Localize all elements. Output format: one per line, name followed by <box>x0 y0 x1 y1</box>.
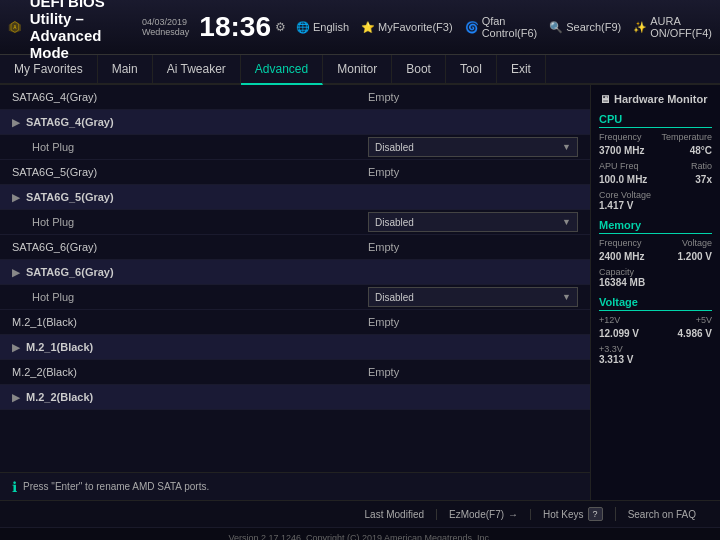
row-label: SATA6G_5(Gray) <box>26 191 578 203</box>
apu-label: APU Freq <box>599 161 639 171</box>
row-hotplug-1: Hot Plug Disabled ▼ <box>0 135 590 160</box>
nav-monitor[interactable]: Monitor <box>323 54 392 84</box>
expand-icon: ▶ <box>12 392 20 403</box>
row-value: Empty <box>358 366 578 378</box>
bottom-bar: Last Modified EzMode(F7) → Hot Keys ? Se… <box>0 500 720 527</box>
header-datetime: 04/03/2019 Wednesday <box>142 17 189 37</box>
mem-freq-value: 2400 MHz <box>599 251 645 262</box>
row-sata6g4-value: SATA6G_4(Gray) Empty <box>0 85 590 110</box>
voltage-section-title: Voltage <box>599 296 712 311</box>
cpu-temp-label: Temperature <box>661 132 712 142</box>
dropdown-arrow-icon: ▼ <box>562 217 571 227</box>
row-hotplug-2: Hot Plug Disabled ▼ <box>0 210 590 235</box>
hot-keys-label: Hot Keys <box>543 509 584 520</box>
myfavorite-tool[interactable]: ⭐ MyFavorite(F3) <box>361 21 453 34</box>
cpu-freq-label: Frequency <box>599 132 642 142</box>
mem-freq-val-row: 2400 MHz 1.200 V <box>599 251 712 264</box>
language-label: English <box>313 21 349 33</box>
row-sata6g4-group[interactable]: ▶ SATA6G_4(Gray) <box>0 110 590 135</box>
info-bar: ℹ Press "Enter" to rename AMD SATA ports… <box>0 472 590 500</box>
mem-freq-label: Frequency <box>599 238 642 248</box>
row-sata6g5-value: SATA6G_5(Gray) Empty <box>0 160 590 185</box>
row-m22-value: M.2_2(Black) Empty <box>0 360 590 385</box>
dropdown-value: Disabled <box>375 292 414 303</box>
row-sata6g6-group[interactable]: ▶ SATA6G_6(Gray) <box>0 260 590 285</box>
hotplug-dropdown-3[interactable]: Disabled ▼ <box>368 287 578 307</box>
aura-icon: ✨ <box>633 21 647 34</box>
hw-monitor-panel: 🖥 Hardware Monitor CPU Frequency Tempera… <box>590 85 720 500</box>
row-m21-group[interactable]: ▶ M.2_1(Black) <box>0 335 590 360</box>
time-block: 18:36 ⚙ <box>199 13 286 41</box>
nav-exit[interactable]: Exit <box>497 54 546 84</box>
ratio-label: Ratio <box>691 161 712 171</box>
row-m21-value: M.2_1(Black) Empty <box>0 310 590 335</box>
expand-icon: ▶ <box>12 342 20 353</box>
cpu-apu-row: APU Freq Ratio <box>599 161 712 171</box>
core-volt-label: Core Voltage <box>599 190 712 200</box>
main-layout: SATA6G_4(Gray) Empty ▶ SATA6G_4(Gray) Ho… <box>0 85 720 500</box>
row-label: M.2_2(Black) <box>12 366 358 378</box>
row-label: SATA6G_4(Gray) <box>26 116 578 128</box>
cpu-section-title: CPU <box>599 113 712 128</box>
hot-keys-badge: ? <box>588 507 603 521</box>
aura-tool[interactable]: ✨ AURA ON/OFF(F4) <box>633 15 712 39</box>
row-label: Hot Plug <box>12 216 368 228</box>
mem-volt-value: 1.200 V <box>678 251 712 262</box>
hotplug-dropdown-1[interactable]: Disabled ▼ <box>368 137 578 157</box>
cpu-temp-value: 48°C <box>690 145 712 156</box>
row-label: Hot Plug <box>12 141 368 153</box>
hw-panel-title: 🖥 Hardware Monitor <box>599 93 712 105</box>
v5-label: +5V <box>696 315 712 325</box>
mem-freq-row: Frequency Voltage <box>599 238 712 248</box>
row-m22-group[interactable]: ▶ M.2_2(Black) <box>0 385 590 410</box>
row-label: SATA6G_4(Gray) <box>12 91 358 103</box>
row-label: SATA6G_6(Gray) <box>12 241 358 253</box>
hot-keys-item[interactable]: Hot Keys ? <box>531 507 616 521</box>
header-tools: 🌐 English ⭐ MyFavorite(F3) 🌀 Qfan Contro… <box>296 15 712 39</box>
cpu-freq-val-row: 3700 MHz 48°C <box>599 145 712 158</box>
info-icon: ℹ <box>12 479 17 495</box>
row-hotplug-3: Hot Plug Disabled ▼ <box>0 285 590 310</box>
v33-label: +3.3V <box>599 344 712 354</box>
nav-advanced[interactable]: Advanced <box>241 55 323 85</box>
v12-label: +12V <box>599 315 620 325</box>
search-tool[interactable]: 🔍 Search(F9) <box>549 21 621 34</box>
row-value: Empty <box>358 91 578 103</box>
row-label: M.2_2(Black) <box>26 391 578 403</box>
language-tool[interactable]: 🌐 English <box>296 21 349 34</box>
qfan-label: Qfan Control(F6) <box>482 15 538 39</box>
header-date: 04/03/2019 <box>142 17 189 27</box>
dropdown-value: Disabled <box>375 217 414 228</box>
row-value: Empty <box>358 166 578 178</box>
volt-12-val-row: 12.099 V 4.986 V <box>599 328 712 341</box>
row-label: SATA6G_6(Gray) <box>26 266 578 278</box>
row-label: SATA6G_5(Gray) <box>12 166 358 178</box>
header: A UEFI BIOS Utility – Advanced Mode 04/0… <box>0 0 720 55</box>
ez-mode-item[interactable]: EzMode(F7) → <box>437 509 531 520</box>
settings-icon[interactable]: ⚙ <box>275 20 286 34</box>
ratio-value: 37x <box>695 174 712 185</box>
qfan-tool[interactable]: 🌀 Qfan Control(F6) <box>465 15 538 39</box>
row-label: Hot Plug <box>12 291 368 303</box>
nav-ai-tweaker[interactable]: Ai Tweaker <box>153 54 241 84</box>
version-text: Version 2.17.1246. Copyright (C) 2019 Am… <box>228 533 491 541</box>
nav-boot[interactable]: Boot <box>392 54 446 84</box>
apu-value: 100.0 MHz <box>599 174 647 185</box>
search-faq-item[interactable]: Search on FAQ <box>616 509 708 520</box>
search-label: Search(F9) <box>566 21 621 33</box>
header-day: Wednesday <box>142 27 189 37</box>
memory-section-title: Memory <box>599 219 712 234</box>
info-text: Press "Enter" to rename AMD SATA ports. <box>23 481 209 492</box>
last-modified-item: Last Modified <box>353 509 437 520</box>
nav-tool[interactable]: Tool <box>446 54 497 84</box>
row-sata6g5-group[interactable]: ▶ SATA6G_5(Gray) <box>0 185 590 210</box>
monitor-icon: 🖥 <box>599 93 610 105</box>
ez-mode-label: EzMode(F7) <box>449 509 504 520</box>
cpu-freq-value: 3700 MHz <box>599 145 645 156</box>
row-value: Empty <box>358 316 578 328</box>
hotplug-dropdown-2[interactable]: Disabled ▼ <box>368 212 578 232</box>
version-bar: Version 2.17.1246. Copyright (C) 2019 Am… <box>0 527 720 540</box>
logo-icon: A <box>8 9 22 45</box>
globe-icon: 🌐 <box>296 21 310 34</box>
volt-12-row: +12V +5V <box>599 315 712 325</box>
